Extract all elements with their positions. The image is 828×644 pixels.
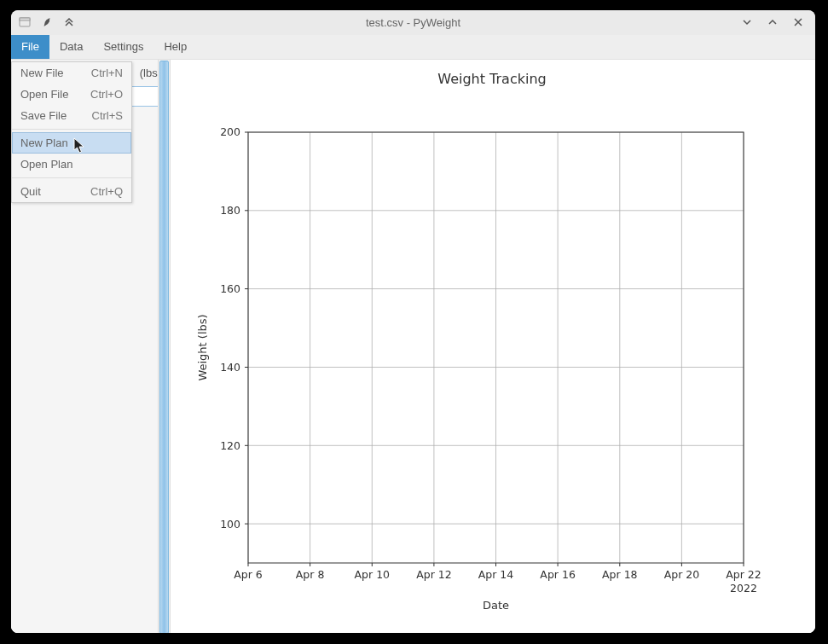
svg-text:Apr 18: Apr 18: [602, 568, 638, 581]
menu-item-quit[interactable]: Quit Ctrl+Q: [12, 181, 131, 202]
plot-area: [245, 132, 744, 566]
weight-chart: Weight Tracking: [171, 60, 814, 629]
menu-file[interactable]: File: [11, 35, 49, 59]
menu-settings[interactable]: Settings: [93, 35, 153, 59]
app-icon: [18, 15, 32, 29]
svg-text:Apr 20: Apr 20: [664, 568, 700, 581]
svg-text:2022: 2022: [730, 582, 757, 595]
svg-text:Apr 12: Apr 12: [416, 568, 452, 581]
menu-item-new-file[interactable]: New File Ctrl+N: [12, 62, 131, 84]
y-axis-label: Weight (lbs): [196, 314, 209, 380]
menu-item-open-file[interactable]: Open File Ctrl+O: [12, 84, 131, 105]
svg-text:Apr 22: Apr 22: [726, 568, 761, 581]
svg-text:160: 160: [220, 282, 240, 295]
svg-text:Apr 10: Apr 10: [355, 568, 391, 581]
sidebar-scrollbar[interactable]: [158, 60, 170, 633]
pin-icon[interactable]: [40, 15, 54, 29]
menu-item-save-file[interactable]: Save File Ctrl+S: [12, 105, 131, 126]
menu-item-new-plan[interactable]: New Plan: [12, 132, 131, 154]
chart-area: Weight Tracking: [171, 60, 815, 633]
titlebar: test.csv - PyWeight: [11, 10, 815, 35]
svg-text:Apr 8: Apr 8: [296, 568, 325, 581]
svg-text:100: 100: [220, 518, 240, 531]
maximize-button[interactable]: [766, 15, 779, 29]
svg-text:200: 200: [220, 125, 240, 138]
menu-data[interactable]: Data: [49, 35, 93, 59]
menu-item-open-plan[interactable]: Open Plan: [12, 154, 131, 175]
x-axis-label: Date: [483, 599, 509, 612]
file-menu-dropdown: New File Ctrl+N Open File Ctrl+O Save Fi…: [11, 61, 132, 203]
menubar: File Data Settings Help: [11, 35, 815, 60]
svg-text:140: 140: [220, 361, 240, 374]
close-button[interactable]: [791, 15, 805, 29]
menu-separator: [12, 129, 131, 130]
titlebar-right-controls: [740, 15, 808, 29]
svg-rect-1: [20, 18, 30, 20]
svg-text:Apr 16: Apr 16: [540, 568, 576, 581]
svg-text:180: 180: [220, 204, 240, 217]
chart-title: Weight Tracking: [437, 71, 546, 87]
svg-text:Apr 14: Apr 14: [478, 568, 514, 581]
chevron-up-double-icon[interactable]: [62, 15, 76, 29]
titlebar-left-controls: [18, 15, 76, 29]
menu-help[interactable]: Help: [153, 35, 197, 59]
scrollbar-thumb[interactable]: [159, 61, 169, 633]
minimize-button[interactable]: [740, 15, 754, 29]
menu-separator: [12, 177, 131, 178]
window-title: test.csv - PyWeight: [366, 16, 460, 29]
svg-text:120: 120: [220, 439, 240, 452]
svg-text:Apr 6: Apr 6: [234, 568, 263, 581]
